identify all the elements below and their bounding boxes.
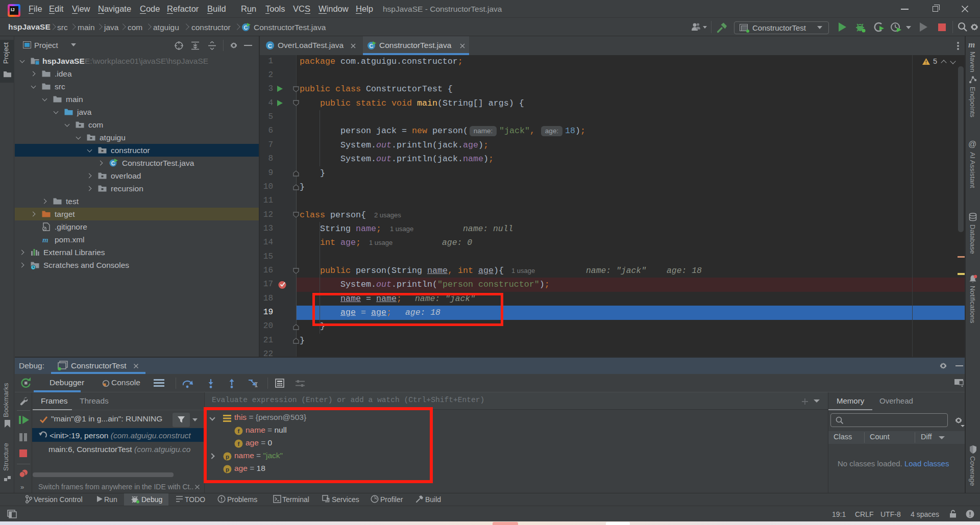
svg-text:m: m (42, 236, 48, 244)
svg-text:C: C (268, 43, 272, 49)
